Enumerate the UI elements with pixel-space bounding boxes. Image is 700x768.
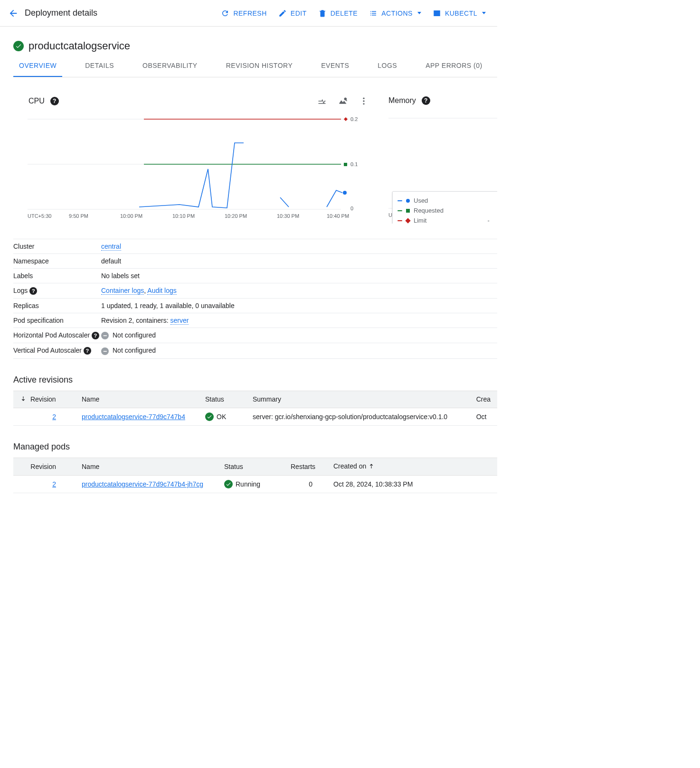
row-pod-spec: Pod specification Revision 2, containers… <box>13 313 497 328</box>
col-restarts[interactable]: Restarts <box>284 458 327 476</box>
top-bar: Deployment details REFRESH EDIT DELETE A… <box>0 0 497 27</box>
memory-chart-title: Memory <box>388 96 416 105</box>
topbar-actions: REFRESH EDIT DELETE ACTIONS KUBECTL <box>221 9 493 18</box>
help-icon[interactable]: ? <box>50 97 59 105</box>
table-row[interactable]: 2 productcatalogservice-77d9c747b4-jh7cg… <box>13 476 497 493</box>
legend-used: Used <box>397 196 497 206</box>
active-revisions-title: Active revisions <box>13 375 497 385</box>
legend-limit: Limit - <box>397 215 497 224</box>
tabs: OVERVIEW DETAILS OBSERVABILITY REVISION … <box>13 62 497 77</box>
svg-text:10:30 PM: 10:30 PM <box>277 213 299 219</box>
more-vert-icon[interactable] <box>359 96 369 106</box>
col-created[interactable]: Crea <box>470 391 497 408</box>
col-status[interactable]: Status <box>199 391 246 408</box>
page-title: Deployment details <box>25 8 97 18</box>
trash-icon <box>318 9 327 18</box>
deployment-heading: productcatalogservice <box>13 34 497 52</box>
actions-dropdown[interactable]: ACTIONS <box>369 9 421 18</box>
cpu-chart-title: CPU <box>28 97 45 105</box>
status-ok-icon <box>13 41 24 51</box>
pods-table: Revision Name Status Restarts Created on… <box>13 458 497 493</box>
chevron-down-icon <box>417 12 421 14</box>
cpu-chart-panel: CPU ? 0.2 0.1 <box>13 96 374 224</box>
svg-text:UTC+5:30: UTC+5:30 <box>28 213 51 219</box>
explore-icon[interactable] <box>338 96 348 106</box>
row-cluster: Cluster central <box>13 239 497 254</box>
refresh-icon <box>221 9 229 18</box>
tab-events[interactable]: EVENTS <box>315 62 355 77</box>
sort-asc-icon <box>368 463 375 471</box>
help-icon[interactable]: ? <box>29 287 37 295</box>
svg-point-1 <box>363 100 364 102</box>
tab-observability[interactable]: OBSERVABILITY <box>137 62 203 77</box>
svg-rect-10 <box>344 163 347 166</box>
svg-point-0 <box>363 98 364 99</box>
svg-point-2 <box>363 103 364 104</box>
col-status[interactable]: Status <box>218 458 284 476</box>
row-vpa: Vertical Pod Autoscaler ? −Not configure… <box>13 343 497 358</box>
pod-name-link[interactable]: productcatalogservice-77d9c747b4-jh7cg <box>82 480 203 488</box>
svg-text:0.2: 0.2 <box>350 116 358 122</box>
container-logs-link[interactable]: Container logs <box>101 287 144 295</box>
refresh-button[interactable]: REFRESH <box>221 9 266 18</box>
not-configured-icon: − <box>101 347 109 355</box>
row-replicas: Replicas 1 updated, 1 ready, 1 available… <box>13 299 497 313</box>
check-icon <box>224 480 233 488</box>
edit-button[interactable]: EDIT <box>278 9 307 18</box>
revision-link[interactable]: 2 <box>52 413 56 421</box>
col-created[interactable]: Created on <box>327 458 497 476</box>
col-summary[interactable]: Summary <box>246 391 470 408</box>
tab-overview[interactable]: OVERVIEW <box>13 62 62 77</box>
audit-logs-link[interactable]: Audit logs <box>147 287 176 295</box>
memory-chart-panel: Memory ? UTC 10:00 P Used Requested <box>388 96 497 224</box>
revisions-table: Revision Name Status Summary Crea 2 prod… <box>13 391 497 426</box>
check-icon <box>205 412 214 421</box>
col-revision[interactable]: Revision <box>13 391 75 408</box>
pencil-icon <box>278 9 287 18</box>
help-icon[interactable]: ? <box>92 332 99 339</box>
status-badge: Running <box>224 480 260 488</box>
tab-app-errors[interactable]: APP ERRORS (0) <box>420 62 488 77</box>
list-icon <box>369 9 378 18</box>
tab-details[interactable]: DETAILS <box>79 62 120 77</box>
svg-text:10:10 PM: 10:10 PM <box>172 213 195 219</box>
col-revision[interactable]: Revision <box>13 458 75 476</box>
col-name[interactable]: Name <box>75 391 199 408</box>
col-name[interactable]: Name <box>75 458 218 476</box>
cluster-link[interactable]: central <box>101 243 121 251</box>
row-namespace: Namespace default <box>13 254 497 269</box>
tab-logs[interactable]: LOGS <box>372 62 403 77</box>
details-table: Cluster central Namespace default Labels… <box>13 239 497 359</box>
svg-text:10:20 PM: 10:20 PM <box>225 213 247 219</box>
pod-revision-link[interactable]: 2 <box>52 480 56 488</box>
svg-point-13 <box>343 191 347 195</box>
revision-name-link[interactable]: productcatalogservice-77d9c747b4 <box>82 413 185 421</box>
table-row[interactable]: 2 productcatalogservice-77d9c747b4 OK se… <box>13 408 497 426</box>
cpu-chart[interactable]: 0.2 0.1 0 UTC+5:30 9:50 PM 10:00 PM 10:1… <box>13 114 365 224</box>
status-badge: OK <box>205 412 226 421</box>
help-icon[interactable]: ? <box>422 96 430 105</box>
legend-requested: Requested - <box>397 206 497 215</box>
pod-container-link[interactable]: server <box>170 317 189 325</box>
svg-text:0.1: 0.1 <box>350 161 358 167</box>
back-button[interactable] <box>4 4 23 23</box>
svg-text:9:50 PM: 9:50 PM <box>69 213 88 219</box>
svg-text:0: 0 <box>350 206 353 211</box>
row-hpa: Horizontal Pod Autoscaler ? −Not configu… <box>13 328 497 343</box>
sort-desc-icon <box>20 395 27 403</box>
kubectl-dropdown[interactable]: KUBECTL <box>433 9 486 18</box>
delete-button[interactable]: DELETE <box>318 9 358 18</box>
chart-legend: Used Requested - Limit - <box>392 191 497 224</box>
svg-marker-7 <box>344 117 348 121</box>
managed-pods-title: Managed pods <box>13 442 497 452</box>
chevron-down-icon <box>482 12 486 14</box>
legend-toggle-icon[interactable] <box>317 96 327 106</box>
deployment-name: productcatalogservice <box>28 40 130 52</box>
help-icon[interactable]: ? <box>84 347 91 355</box>
tab-revision-history[interactable]: REVISION HISTORY <box>220 62 299 77</box>
row-labels: Labels No labels set <box>13 269 497 283</box>
row-logs: Logs ? Container logs, Audit logs <box>13 283 497 299</box>
svg-text:10:00 PM: 10:00 PM <box>120 213 142 219</box>
not-configured-icon: − <box>101 332 109 339</box>
terminal-icon <box>433 9 441 18</box>
